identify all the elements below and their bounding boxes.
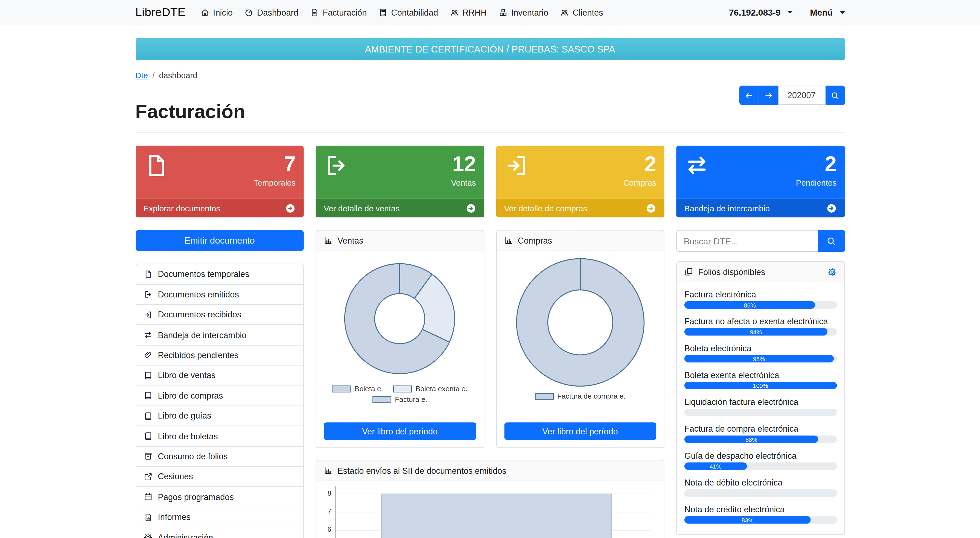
progress-fill: 100% xyxy=(684,382,837,389)
y-axis xyxy=(335,486,336,538)
y-axis-tick-label: 7 xyxy=(317,508,331,515)
stat-card-ventas[interactable]: 12VentasVer detalle de ventas xyxy=(315,146,484,218)
progress-fill: 98% xyxy=(684,355,834,363)
archive-icon xyxy=(143,452,152,461)
nav-right: 76.192.083-9 Menú xyxy=(729,7,845,18)
emit-document-button[interactable]: Emitir documento xyxy=(135,230,304,251)
nav-item-contabilidad[interactable]: Contabilidad xyxy=(379,8,438,17)
progress-bar xyxy=(684,409,837,416)
sign-in-icon xyxy=(143,310,152,319)
folios-panel-header: Folios disponibles xyxy=(677,262,844,282)
stat-card-footer-link-ver-detalle-de-ventas[interactable]: Ver detalle de ventas xyxy=(315,199,484,218)
nav-item-clientes[interactable]: Clientes xyxy=(560,8,603,17)
progress-bar: 94% xyxy=(684,328,837,336)
menu-item-documentos-recibidos[interactable]: Documentos recibidos xyxy=(136,305,303,325)
nav-item-dashboard[interactable]: Dashboard xyxy=(245,8,298,17)
folio-label: Factura electrónica xyxy=(684,290,837,299)
nav-item-facturacion[interactable]: Facturación xyxy=(310,8,367,17)
stat-card-footer-link-ver-detalle-de-compras[interactable]: Ver detalle de compras xyxy=(496,199,665,218)
previous-period-button[interactable] xyxy=(739,86,759,105)
period-search-button[interactable] xyxy=(825,86,845,105)
next-period-button[interactable] xyxy=(759,86,778,105)
left-menu-column: Emitir documento Documentos temporalesDo… xyxy=(135,230,304,538)
folio-label: Nota de débito electrónica xyxy=(684,478,837,487)
search-icon xyxy=(831,91,840,100)
stat-card-main: 12Ventas xyxy=(315,146,484,199)
dte-search-button[interactable] xyxy=(818,230,845,252)
breadcrumb-current: dashboard xyxy=(159,70,197,80)
menu-item-administracion[interactable]: Administración xyxy=(136,528,303,538)
nav-item-inventario[interactable]: Inventario xyxy=(499,8,548,17)
nav-item-label: RRHH xyxy=(462,8,487,17)
stat-card-footer-link-explorar-documentos[interactable]: Explorar documentos xyxy=(135,199,304,218)
menu-item-consumo-de-folios[interactable]: Consumo de folios xyxy=(136,447,303,467)
legend-swatch xyxy=(535,393,554,400)
circle-arrow-icon xyxy=(285,203,296,213)
stat-card-value: 7 xyxy=(254,153,296,175)
menu-item-pagos-programados[interactable]: Pagos programados xyxy=(136,487,303,508)
stat-card-main: 2Pendientes xyxy=(676,146,845,199)
menu-item-label: Libro de guías xyxy=(158,411,212,420)
company-rut-dropdown[interactable]: 76.192.083-9 xyxy=(729,7,792,18)
sign-in-icon xyxy=(504,153,529,178)
stat-card-footer-link-bandeja-de-intercambio[interactable]: Bandeja de intercambio xyxy=(676,199,845,218)
legend-item-boleta-e: Boleta e. xyxy=(332,385,383,392)
brand-logo[interactable]: LibreDTE xyxy=(135,6,185,19)
dte-search-input[interactable] xyxy=(676,230,818,252)
search-icon xyxy=(826,236,837,246)
folio-item-guia-de-despacho-electronica: Guía de despacho electrónica41% xyxy=(684,451,837,470)
stat-card-main: 2Compras xyxy=(496,146,665,199)
progress-fill: 83% xyxy=(684,516,811,524)
menu-item-libro-de-compras[interactable]: Libro de compras xyxy=(136,386,303,406)
menu-item-libro-de-guias[interactable]: Libro de guías xyxy=(136,406,303,427)
progress-bar: 83% xyxy=(684,516,837,524)
menu-item-informes[interactable]: Informes xyxy=(136,508,303,528)
exchange-icon xyxy=(684,153,709,178)
ventas-donut-chart xyxy=(324,256,476,381)
chart-icon xyxy=(324,236,332,245)
progress-bar: 100% xyxy=(684,382,837,389)
menu-item-recibidos-pendientes[interactable]: Recibidos pendientes xyxy=(136,345,303,366)
arrow-right-icon xyxy=(764,91,773,100)
progress-fill: 86% xyxy=(684,301,815,309)
nav-item-label: Inicio xyxy=(213,8,233,17)
report-icon xyxy=(143,513,152,522)
nav-item-inicio[interactable]: Inicio xyxy=(200,8,233,17)
folio-item-nota-de-credito-electronica: Nota de crédito electrónica83% xyxy=(684,505,837,524)
folio-label: Liquidación factura electrónica xyxy=(684,398,837,407)
menu-item-bandeja-de-intercambio[interactable]: Bandeja de intercambio xyxy=(136,325,303,345)
ver-libro-compras-button[interactable]: Ver libro del período xyxy=(504,423,656,440)
menu-item-libro-de-ventas[interactable]: Libro de ventas xyxy=(136,366,303,386)
progress-bar: 88% xyxy=(684,436,837,443)
nav-item-label: Inventario xyxy=(511,8,549,17)
people-icon xyxy=(560,8,569,17)
breadcrumb-link-dte[interactable]: Dte xyxy=(135,70,148,80)
stat-card-pendientes[interactable]: 2PendientesBandeja de intercambio xyxy=(676,146,845,218)
folio-label: Boleta electrónica xyxy=(684,344,837,353)
stat-card-main: 7Temporales xyxy=(135,146,304,199)
book-icon xyxy=(143,432,152,440)
folio-item-boleta-exenta-electronica: Boleta exenta electrónica100% xyxy=(684,371,837,390)
nav-item-label: Facturación xyxy=(323,8,367,17)
menu-item-cesiones[interactable]: Cesiones xyxy=(136,467,303,487)
chart-icon xyxy=(324,466,332,475)
compras-panel: Compras Factura de compra e. Ver libro d… xyxy=(496,230,665,448)
stat-card-footer-label: Explorar documentos xyxy=(143,204,220,213)
menu-item-documentos-temporales[interactable]: Documentos temporales xyxy=(136,264,303,285)
menu-item-label: Documentos temporales xyxy=(158,269,249,279)
menu-label: Menú xyxy=(810,7,833,18)
folios-settings-button[interactable] xyxy=(827,267,837,277)
stat-card-compras[interactable]: 2ComprasVer detalle de compras xyxy=(496,146,665,218)
period-input[interactable] xyxy=(778,86,826,105)
menu-item-libro-de-boletas[interactable]: Libro de boletas xyxy=(136,427,303,447)
stat-card-temporales[interactable]: 7TemporalesExplorar documentos xyxy=(135,146,304,218)
breadcrumb: Dte/dashboard xyxy=(135,60,845,80)
ver-libro-ventas-button[interactable]: Ver libro del período xyxy=(324,423,476,440)
period-pager xyxy=(739,86,845,105)
nav-item-label: Dashboard xyxy=(257,8,298,17)
menu-dropdown[interactable]: Menú xyxy=(810,7,845,18)
nav-item-rrhh[interactable]: RRHH xyxy=(450,8,487,17)
calculator-icon xyxy=(379,8,387,17)
menu-item-documentos-emitidos[interactable]: Documentos emitidos xyxy=(136,285,303,305)
copy-icon xyxy=(684,267,693,276)
